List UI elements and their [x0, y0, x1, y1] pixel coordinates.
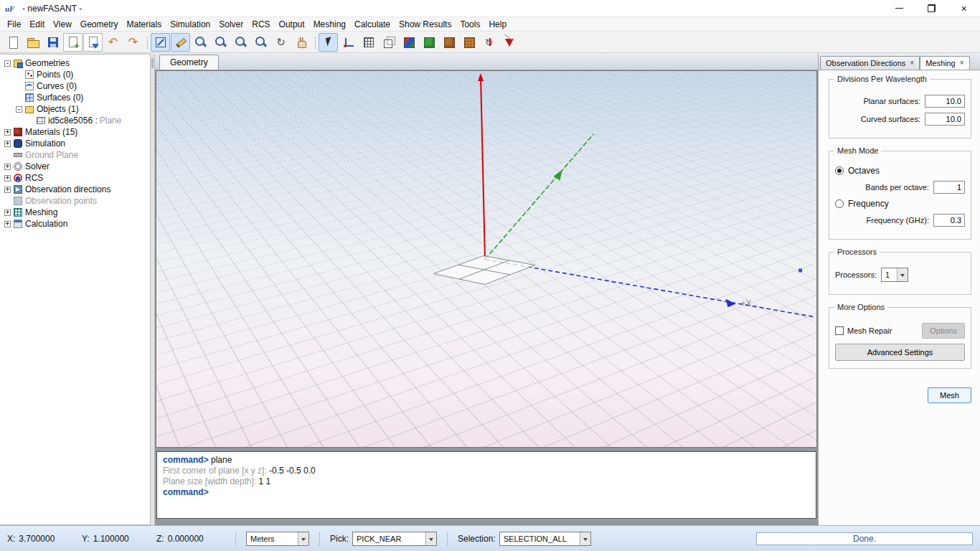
import-geometry-button[interactable]	[83, 33, 103, 52]
edit-button[interactable]	[171, 33, 190, 52]
menu-item[interactable]: RCS	[248, 18, 274, 31]
tab-close-icon[interactable]: ×	[960, 60, 964, 67]
menu-item[interactable]: Geometry	[76, 18, 123, 31]
zoom-in-button[interactable]: +	[191, 33, 210, 52]
close-button[interactable]: ×	[948, 0, 980, 17]
right-panel-tab[interactable]: Observation Directions ×	[820, 56, 920, 70]
tree-item-label: Geometries	[25, 58, 70, 68]
tab-close-icon[interactable]: ×	[910, 60, 914, 67]
tree-expander-icon[interactable]	[4, 141, 11, 147]
tree-expander-icon[interactable]	[4, 187, 11, 193]
units-select[interactable]: Meters	[246, 532, 309, 546]
geometry-viewport[interactable]: +X	[156, 70, 817, 448]
console-line: Plane size [width depth]: 1 1	[163, 476, 810, 487]
shaded-view-button[interactable]	[439, 33, 458, 52]
bands-per-octave-label: Bands per octave:	[865, 183, 929, 192]
tree-item[interactable]: Observation points	[0, 195, 150, 207]
tree-item-label: Observation directions	[25, 184, 110, 194]
tree-item[interactable]: id5c8e5056 : Plane	[0, 115, 150, 126]
tree-item[interactable]: Ground Plane	[0, 149, 150, 161]
undo-button[interactable]: ↶	[103, 33, 123, 52]
tree-splitter[interactable]	[151, 54, 155, 525]
tree-item[interactable]: Surfaces (0)	[0, 92, 150, 103]
textured-view-button[interactable]	[459, 33, 479, 52]
divisions-group-title: Divisions Per Wavelength	[834, 75, 930, 83]
advanced-settings-button[interactable]: Advanced Settings	[835, 344, 965, 361]
grid-button[interactable]	[359, 33, 378, 52]
tree-item[interactable]: Solver	[0, 161, 150, 172]
fit-view-button[interactable]	[151, 33, 170, 52]
tree-item[interactable]: Curves (0)	[0, 80, 150, 92]
snap-vertex-button[interactable]	[339, 33, 358, 52]
zoom-window-button[interactable]	[231, 33, 250, 52]
tree-item[interactable]: Simulation	[0, 138, 150, 149]
new-button[interactable]	[3, 33, 22, 52]
menu-item[interactable]: Output	[275, 18, 309, 31]
menu-item[interactable]: Edit	[25, 18, 49, 31]
point-marker[interactable]	[798, 268, 802, 272]
toolbar-button[interactable]	[311, 33, 318, 52]
menu-item[interactable]: File	[3, 18, 25, 31]
tree-item[interactable]: Calculation	[0, 218, 150, 230]
toolbar-icon	[362, 36, 375, 49]
selection-select[interactable]: SELECTION_ALL	[499, 532, 591, 546]
minimize-button[interactable]	[883, 0, 915, 17]
menu-item[interactable]: View	[49, 18, 76, 31]
wireframe-view-button[interactable]	[379, 33, 398, 52]
redo-button[interactable]: ↷	[123, 33, 143, 52]
tree-expander-icon[interactable]	[4, 175, 11, 182]
tree-expander-icon[interactable]	[4, 164, 11, 170]
tree-item[interactable]: Objects (1)	[0, 103, 150, 115]
mesh-button[interactable]: Mesh	[928, 387, 971, 403]
tree-item[interactable]: Meshing	[0, 207, 150, 218]
frequency-radio[interactable]	[835, 199, 844, 208]
tree-expander-icon[interactable]	[4, 209, 11, 216]
menu-item[interactable]: Calculate	[350, 18, 395, 31]
tree-expander-icon[interactable]	[16, 106, 22, 113]
tree-item[interactable]: Geometries	[0, 57, 150, 69]
planar-surfaces-input[interactable]	[925, 95, 965, 108]
open-button[interactable]	[23, 33, 42, 52]
flat-view-button[interactable]	[419, 33, 438, 52]
tree-item[interactable]: Observation directions	[0, 184, 150, 195]
menu-item[interactable]: Materials	[123, 18, 166, 31]
tree-expander-icon[interactable]	[4, 129, 11, 136]
octaves-radio[interactable]	[835, 166, 844, 175]
tree-item[interactable]: RCS	[0, 172, 150, 184]
save-button[interactable]	[43, 33, 62, 52]
tree-expander-icon[interactable]	[4, 221, 11, 227]
tree-item-icon	[36, 116, 46, 126]
menu-item[interactable]: Solver	[215, 18, 248, 31]
menu-item[interactable]: Meshing	[309, 18, 350, 31]
right-panel-tab[interactable]: Meshing ×	[920, 56, 969, 70]
menu-item[interactable]: Simulation	[166, 18, 215, 31]
menu-item[interactable]: Tools	[456, 18, 484, 31]
menu-item[interactable]: Help	[484, 18, 511, 31]
command-console[interactable]: command> plane First corner of plane [x …	[156, 451, 816, 519]
zoom-extents-button[interactable]	[251, 33, 270, 52]
tab-geometry[interactable]: Geometry	[159, 55, 219, 70]
tree-item[interactable]: Materials (15)	[0, 126, 150, 138]
toolbar-button[interactable]	[143, 33, 150, 52]
options-button[interactable]: Options	[922, 323, 965, 339]
select-button[interactable]	[319, 33, 338, 52]
solid-view-button[interactable]	[399, 33, 418, 52]
pan-button[interactable]	[291, 33, 311, 52]
pick-select[interactable]: PICK_NEAR	[352, 532, 437, 546]
plane-object[interactable]	[433, 256, 534, 285]
toolbar-icon: ↶	[107, 36, 120, 49]
rotate-axis-button[interactable]: ↻	[479, 33, 499, 52]
restore-button[interactable]	[915, 0, 948, 17]
tree-expander-icon[interactable]	[4, 60, 11, 67]
zoom-out-button[interactable]: −	[211, 33, 230, 52]
frequency-ghz-input[interactable]	[933, 214, 965, 227]
processors-select[interactable]: 1	[881, 268, 908, 282]
mesh-repair-checkbox[interactable]	[835, 326, 844, 335]
orbit-button[interactable]: ↻	[271, 33, 291, 52]
add-geometry-button[interactable]	[63, 33, 83, 52]
axis-cone-button[interactable]	[499, 33, 519, 52]
curved-surfaces-input[interactable]	[925, 113, 965, 126]
bands-per-octave-input[interactable]	[933, 181, 965, 194]
menu-item[interactable]: Show Results	[395, 18, 456, 31]
tree-item[interactable]: Points (0)	[0, 69, 150, 80]
